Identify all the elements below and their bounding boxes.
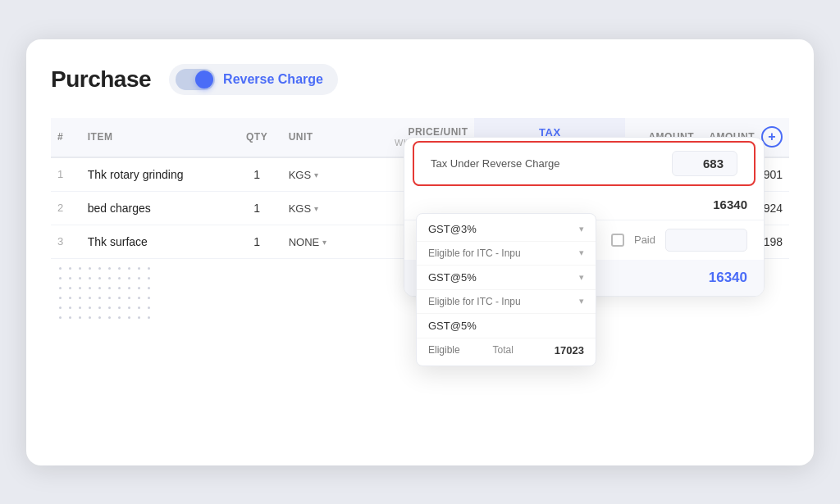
dropdown-item-gst5-eligible[interactable]: Eligible for ITC - Inpu ▾	[417, 290, 596, 314]
dropdown-chevron: ▾	[579, 247, 584, 258]
col-header-qty: QTY	[231, 118, 281, 157]
item-name-3[interactable]: Thk surface	[81, 225, 232, 258]
subtotal-value: 16340	[713, 198, 747, 211]
paid-checkbox[interactable]	[611, 234, 624, 247]
toggle-knob	[195, 70, 213, 89]
unit-chevron-3: ▾	[322, 238, 326, 247]
unit-2[interactable]: KGS ▾	[282, 191, 366, 225]
unit-chevron-2: ▾	[314, 204, 318, 213]
dropdown-item-eligible-partial[interactable]: Eligible Total 17023	[417, 338, 596, 362]
add-column-button[interactable]: +	[761, 126, 783, 148]
col-header-item: ITEM	[81, 118, 232, 157]
col-header-unit: UNIT	[282, 118, 366, 157]
dropdown-item-gst3-eligible[interactable]: Eligible for ITC - Inpu ▾	[417, 242, 596, 266]
reverse-charge-label: Tax Under Reverse Charge	[431, 157, 560, 170]
reverse-charge-toggle[interactable]	[176, 69, 215, 90]
qty-2[interactable]: 1	[231, 191, 281, 225]
qty-1[interactable]: 1	[231, 157, 281, 192]
row-num-1: 1	[51, 157, 81, 192]
item-name-2[interactable]: bed charges	[81, 191, 232, 225]
dropdown-chevron: ▾	[579, 296, 584, 306]
reverse-charge-label: Reverse Charge	[223, 72, 323, 87]
dropdown-chevron: ▾	[579, 272, 584, 283]
page-title: Purchase	[51, 66, 151, 93]
reverse-charge-value[interactable]: 683	[672, 151, 737, 176]
balance-value: 16340	[709, 270, 747, 286]
col-header-hash: #	[51, 118, 81, 157]
paid-label: Paid	[634, 234, 655, 246]
row-num-2: 2	[51, 191, 81, 225]
paid-input[interactable]	[665, 229, 747, 252]
item-name-1[interactable]: Thk rotary grinding	[81, 157, 232, 192]
header-row: Purchase Reverse Charge	[51, 64, 789, 95]
toggle-container[interactable]: Reverse Charge	[169, 64, 338, 95]
dropdown-item-gst3[interactable]: GST@3% ▾	[417, 217, 596, 242]
reverse-charge-row: Tax Under Reverse Charge 683	[413, 141, 756, 186]
unit-3[interactable]: NONE ▾	[282, 225, 366, 258]
unit-1[interactable]: KGS ▾	[282, 157, 366, 192]
dropdown-item-gst5[interactable]: GST@5% ▾	[417, 266, 596, 290]
row-num-3: 3	[51, 225, 81, 258]
qty-3[interactable]: 1	[231, 225, 281, 258]
table-wrapper: # ITEM QTY UNIT PRICE/UNIT Without Tax ▾…	[51, 118, 789, 323]
main-card: Purchase Reverse Charge # ITEM QTY UNIT …	[26, 39, 814, 465]
tax-dropdown: GST@3% ▾ Eligible for ITC - Inpu ▾ GST@5…	[416, 213, 596, 366]
dropdown-item-gst5b[interactable]: GST@5%	[417, 314, 596, 338]
dropdown-chevron: ▾	[579, 224, 584, 234]
unit-chevron-1: ▾	[314, 170, 318, 179]
